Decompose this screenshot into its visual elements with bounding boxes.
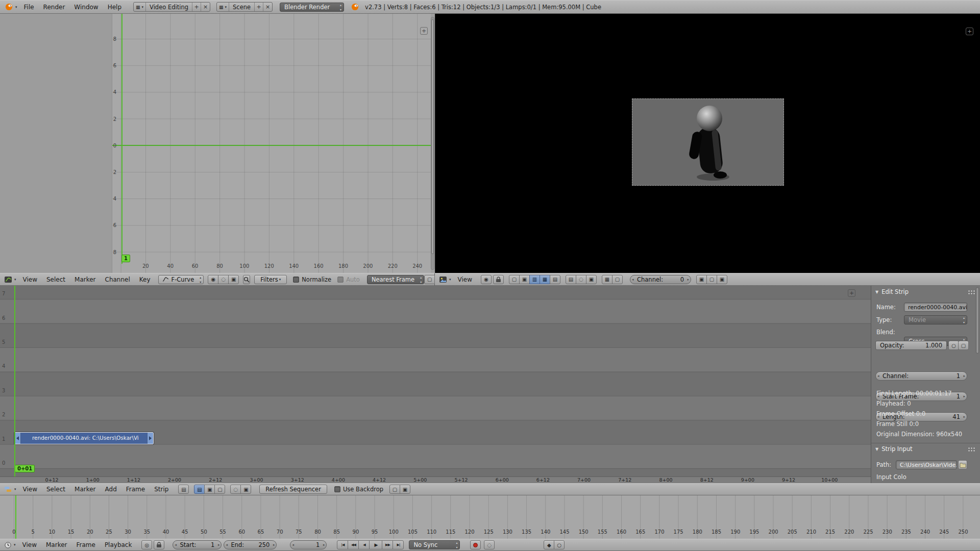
- blender-menu-button[interactable]: ▾: [3, 2, 19, 12]
- scene-name-field[interactable]: Scene: [229, 3, 255, 11]
- timeline-menu-view[interactable]: View: [18, 541, 41, 548]
- copy-icon-button[interactable]: ▢: [706, 275, 717, 284]
- graph-menu-channel[interactable]: Channel: [101, 276, 135, 283]
- sync-mode-select[interactable]: No Sync: [409, 540, 460, 549]
- keying-set-icon-button[interactable]: ◆: [544, 540, 554, 549]
- graph-panel-plus-icon[interactable]: +: [420, 27, 428, 35]
- delete-scene-button[interactable]: ×: [263, 3, 272, 11]
- graph-channel-list[interactable]: [0, 14, 112, 273]
- graph-vertical-scrollbar[interactable]: [431, 17, 434, 270]
- view-type-icon-button[interactable]: ▤: [178, 485, 189, 494]
- graph-editor-type-button[interactable]: ▾: [3, 276, 18, 284]
- add-screen-button[interactable]: +: [192, 3, 201, 11]
- prev-keyframe-button[interactable]: ◀◀: [348, 540, 359, 549]
- preview-editor-type-button[interactable]: ▾: [437, 276, 453, 284]
- panel-drag-dots-icon[interactable]: [968, 290, 975, 295]
- channel-toggle-4[interactable]: ▦: [540, 275, 550, 284]
- matte-toggle-1[interactable]: ▦: [602, 275, 612, 284]
- refresh-sequencer-button[interactable]: Refresh Sequencer: [259, 485, 327, 494]
- animate-property-icon-button[interactable]: ○: [948, 341, 959, 350]
- pivot-icon-button[interactable]: ◉: [208, 275, 218, 284]
- menu-file[interactable]: File: [19, 4, 39, 11]
- sequencer-menu-frame[interactable]: Frame: [121, 486, 150, 493]
- sequencer-menu-marker[interactable]: Marker: [70, 486, 100, 493]
- copy-icon-button[interactable]: ▢: [389, 485, 400, 494]
- strip-right-handle[interactable]: [147, 433, 153, 444]
- graph-menu-select[interactable]: Select: [42, 276, 70, 283]
- graph-menu-key[interactable]: Key: [135, 276, 155, 283]
- menu-window[interactable]: Window: [69, 4, 103, 11]
- preview-menu-view[interactable]: View: [453, 276, 477, 283]
- ghost-curve-icon-button[interactable]: ◌: [218, 275, 229, 284]
- display-mode-icon-button[interactable]: ◉: [481, 275, 492, 284]
- screen-browse-button[interactable]: ▦▾: [134, 3, 146, 11]
- timeline-menu-frame[interactable]: Frame: [71, 541, 100, 548]
- graph-menu-marker[interactable]: Marker: [70, 276, 100, 283]
- strip-left-handle[interactable]: [15, 433, 21, 444]
- snap-icon-button[interactable]: ◌: [230, 485, 241, 494]
- start-frame-header-field[interactable]: Start: 1: [173, 540, 222, 549]
- next-keyframe-button[interactable]: ▶▶: [382, 540, 393, 549]
- timeline-menu-marker[interactable]: Marker: [41, 541, 71, 548]
- paste-icon-button[interactable]: ▣: [717, 275, 727, 284]
- zoom-region-icon-button[interactable]: [243, 275, 250, 284]
- channel-toggle-5[interactable]: ▤: [550, 275, 560, 284]
- scene-browse-button[interactable]: ▦▾: [217, 3, 229, 11]
- filters-button[interactable]: Filters▾: [254, 275, 287, 284]
- graph-current-frame-line[interactable]: [121, 14, 122, 264]
- insert-keyframe-icon-button[interactable]: ○: [554, 540, 565, 549]
- graph-mode-select[interactable]: F-Curve: [158, 275, 204, 284]
- timeline-editor-type-button[interactable]: ▾: [3, 541, 18, 549]
- strip-name-field[interactable]: render0000-0040.avi: [904, 303, 967, 312]
- sequencer-editor-type-button[interactable]: ▾: [3, 485, 18, 493]
- sequencer-menu-view[interactable]: View: [18, 486, 42, 493]
- opacity-slider[interactable]: Opacity: 1.000: [875, 341, 947, 350]
- copy-curves-icon-button[interactable]: ▢: [424, 275, 435, 284]
- timeline-region[interactable]: 0510152025303540455055606570758085909510…: [0, 495, 980, 539]
- properties-scrollbar[interactable]: [976, 287, 979, 354]
- browse-path-icon-button[interactable]: [958, 460, 967, 469]
- sequencer-display-toggle-1[interactable]: ▤: [194, 485, 205, 494]
- decorator-icon-button[interactable]: ▢: [958, 341, 969, 350]
- sequencer-panel-plus-icon[interactable]: +: [848, 289, 855, 297]
- view-toggle-1[interactable]: ▤: [566, 275, 576, 284]
- sequencer-display-toggle-2[interactable]: ▣: [204, 485, 215, 494]
- paste-icon-button[interactable]: ▣: [400, 485, 410, 494]
- sequencer-timecode-ruler[interactable]: 0+121+001+122+002+123+003+124+004+125+00…: [0, 477, 871, 483]
- screen-name-field[interactable]: Video Editing: [146, 3, 192, 11]
- sequencer-current-frame-line[interactable]: [14, 286, 15, 477]
- use-backdrop-checkbox[interactable]: Use Backdrop: [334, 486, 383, 493]
- channel-number-field[interactable]: Channel: 1: [875, 371, 967, 381]
- edit-strip-panel-header[interactable]: ▼ Edit Strip: [875, 288, 909, 295]
- sequencer-menu-add[interactable]: Add: [101, 486, 121, 493]
- channel-toggle-3[interactable]: ▥: [529, 275, 540, 284]
- sequencer-menu-strip[interactable]: Strip: [150, 486, 173, 493]
- graph-cursor-line-horizontal[interactable]: [112, 145, 431, 146]
- snapshot-icon-button[interactable]: ▣: [228, 275, 239, 284]
- jump-to-start-button[interactable]: |◀: [337, 540, 348, 549]
- view-toggle-2[interactable]: ◌: [576, 275, 586, 284]
- channel-toggle-2[interactable]: ▣: [519, 275, 530, 284]
- strip-input-panel-header[interactable]: ▼ Strip Input: [875, 445, 913, 453]
- use-preview-range-icon-button[interactable]: ◎: [141, 540, 152, 549]
- add-scene-button[interactable]: +: [255, 3, 263, 11]
- record-icon-button[interactable]: [470, 540, 481, 549]
- play-reverse-button[interactable]: ◀: [358, 540, 370, 549]
- delete-screen-button[interactable]: ×: [201, 3, 210, 11]
- preview-channel-field[interactable]: Channel: 0: [630, 275, 691, 284]
- panel-drag-dots-icon[interactable]: [968, 447, 975, 452]
- lock-icon-button[interactable]: [493, 275, 504, 284]
- end-frame-header-field[interactable]: End: 250: [224, 540, 277, 549]
- graph-menu-view[interactable]: View: [18, 276, 42, 283]
- lock-frame-icon-button[interactable]: [154, 540, 164, 549]
- sequencer-menu-select[interactable]: Select: [42, 486, 70, 493]
- menu-render[interactable]: Render: [39, 4, 70, 11]
- render-engine-select[interactable]: Blender Render: [280, 3, 344, 12]
- view-toggle-3[interactable]: ▣: [586, 275, 597, 284]
- channel-toggle-1[interactable]: ▢: [509, 275, 520, 284]
- scrollbar-thumb[interactable]: [431, 19, 434, 254]
- current-frame-field[interactable]: 1: [290, 540, 327, 549]
- matte-toggle-2[interactable]: ▢: [612, 275, 623, 284]
- jump-to-end-button[interactable]: ▶|: [393, 540, 404, 549]
- sequence-strip[interactable]: render0000-0040.avi: C:\Users\Oskar\Vi: [14, 432, 154, 444]
